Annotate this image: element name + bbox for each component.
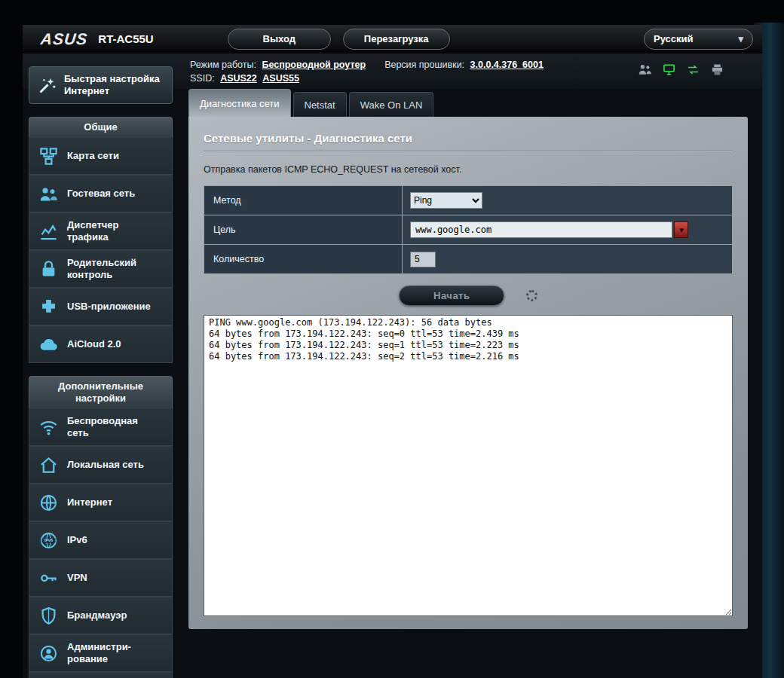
firmware-label: Версия прошивки:	[384, 60, 464, 70]
guest-network-icon	[37, 182, 60, 205]
section-title-advanced: Дополнительные настройки	[29, 376, 173, 408]
sidebar-item-lan[interactable]: Локальная сеть	[29, 446, 173, 484]
ssid-label: SSID:	[190, 73, 215, 84]
language-dropdown[interactable]: Русский	[644, 29, 753, 50]
sidebar-item-wireless[interactable]: Беспроводная сеть	[29, 408, 173, 446]
start-button[interactable]: Начать	[399, 286, 504, 306]
sidebar-section-advanced: Дополнительные настройки Беспроводная се…	[29, 376, 173, 678]
parental-control-icon	[37, 258, 60, 280]
form-row-method: Метод Ping	[204, 186, 733, 215]
vpn-icon	[37, 567, 60, 589]
tab-network-diagnostics[interactable]: Диагностика сети	[188, 89, 291, 117]
method-label: Метод	[204, 186, 403, 215]
title-divider	[204, 151, 733, 152]
quick-setup-label: Быстрая настройка Интернет	[64, 73, 160, 97]
logout-button[interactable]: Выход	[228, 29, 331, 50]
network-map-icon	[37, 145, 60, 167]
sidebar-item-parental-control[interactable]: Родительский контроль	[29, 250, 173, 288]
language-value: Русский	[654, 33, 694, 44]
tab-wake-on-lan[interactable]: Wake On LAN	[349, 92, 434, 117]
count-input[interactable]	[410, 252, 436, 267]
chevron-down-icon	[738, 33, 743, 44]
reboot-button[interactable]: Перезагрузка	[343, 29, 450, 50]
sidebar: Быстрая настройка Интернет Общие Карта с…	[29, 66, 173, 678]
section-title-general: Общие	[29, 117, 173, 137]
top-bar: ASUS RT-AC55U Выход Перезагрузка Русский	[23, 25, 762, 53]
sidebar-item-usb-application[interactable]: USB-приложение	[29, 288, 173, 325]
sidebar-item-system-log[interactable]: Системный журнал	[29, 672, 173, 678]
clients-icon[interactable]	[638, 63, 652, 76]
status-line-2: SSID: ASUS22 ASUS55	[190, 72, 544, 85]
sidebar-item-ipv6[interactable]: IPv6 IPv6	[29, 521, 173, 559]
usb-application-icon	[37, 295, 60, 318]
content-panel: Сетевые утилиты - Диагностика сети Отпра…	[188, 117, 748, 629]
form-row-count: Количество	[204, 245, 733, 274]
tab-netstat[interactable]: Netstat	[293, 92, 347, 117]
status-line-1: Режим работы: Беспроводной роутер Версия…	[190, 58, 544, 72]
tab-bar: Диагностика сети Netstat Wake On LAN	[188, 89, 433, 117]
ipv6-icon: IPv6	[37, 529, 60, 551]
app-frame: ASUS RT-AC55U Выход Перезагрузка Русский…	[23, 25, 762, 678]
page-title: Сетевые утилиты - Диагностика сети	[204, 132, 733, 145]
loading-spinner-icon	[526, 290, 537, 301]
sidebar-item-network-map[interactable]: Карта сети	[29, 137, 173, 175]
sidebar-item-traffic-manager[interactable]: Диспетчер трафика	[29, 212, 173, 250]
lan-device-icon[interactable]	[662, 63, 676, 76]
svg-text:IPv6: IPv6	[44, 538, 52, 542]
mode-link[interactable]: Беспроводной роутер	[262, 60, 366, 70]
count-label: Количество	[204, 245, 403, 274]
ping-output-textarea[interactable]: PING www.google.com (173.194.122.243): 5…	[204, 315, 733, 616]
sidebar-item-firewall[interactable]: Брандмауэр	[29, 597, 173, 634]
wireless-icon	[37, 416, 60, 438]
aicloud-icon	[37, 333, 60, 356]
status-text: Режим работы: Беспроводной роутер Версия…	[190, 58, 544, 85]
traffic-manager-icon	[37, 220, 60, 243]
target-label: Цель	[204, 215, 403, 245]
form-row-target: Цель	[204, 215, 733, 245]
sidebar-item-administration[interactable]: Администри-рование	[29, 634, 173, 672]
target-dropdown-button[interactable]	[674, 221, 688, 238]
start-row: Начать	[204, 286, 733, 306]
router-admin-page: ASUS RT-AC55U Выход Перезагрузка Русский…	[0, 0, 784, 678]
magic-wand-icon	[35, 74, 58, 96]
ssid-link-1[interactable]: ASUS22	[220, 73, 257, 84]
wan-icon	[37, 491, 60, 514]
sidebar-section-general: Общие Карта сети Гостевая сеть	[29, 117, 173, 363]
page-description: Отправка пакетов ICMP ECHO_REQUEST на се…	[204, 164, 733, 175]
printer-icon[interactable]	[710, 63, 724, 76]
sidebar-item-aicloud[interactable]: AiCloud 2.0	[29, 325, 173, 363]
ssid-link-2[interactable]: ASUS55	[262, 73, 299, 84]
target-input[interactable]	[410, 221, 672, 238]
status-icons	[638, 63, 724, 76]
sidebar-item-guest-network[interactable]: Гостевая сеть	[29, 175, 173, 212]
quick-setup-button[interactable]: Быстрая настройка Интернет	[29, 66, 173, 104]
administration-icon	[37, 642, 60, 664]
mode-label: Режим работы:	[190, 60, 256, 70]
method-select[interactable]: Ping	[410, 192, 482, 209]
lan-icon	[37, 454, 60, 476]
usb-ports-icon[interactable]	[686, 63, 700, 76]
sidebar-item-wan[interactable]: Интернет	[29, 484, 173, 521]
sidebar-item-vpn[interactable]: VPN	[29, 559, 173, 597]
diagnostics-form: Метод Ping Цель Количество	[204, 185, 733, 274]
firewall-icon	[37, 604, 60, 627]
firmware-link[interactable]: 3.0.0.4.376_6001	[470, 60, 544, 70]
router-model: RT-AC55U	[98, 32, 153, 45]
asus-logo: ASUS	[40, 30, 89, 48]
